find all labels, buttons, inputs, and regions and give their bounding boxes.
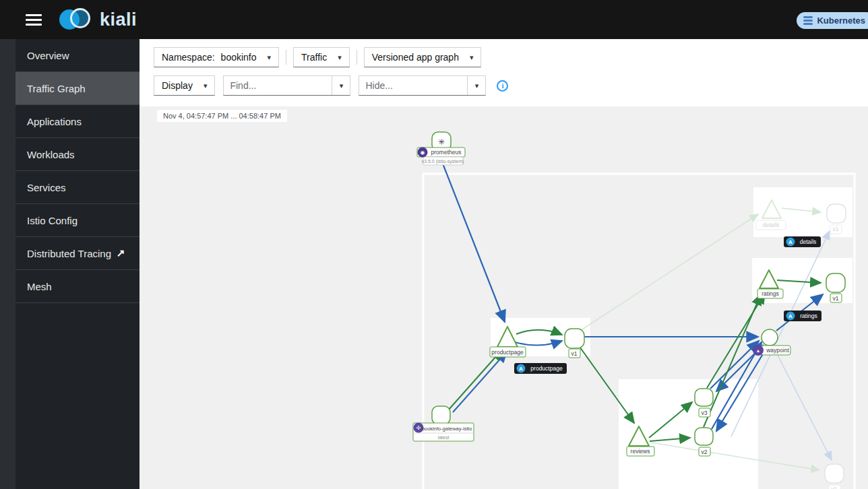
node-ratings-v1[interactable] (826, 273, 845, 292)
svg-text:ratings: ratings (762, 290, 779, 297)
find-input[interactable] (224, 76, 332, 95)
edge-prometheus-to-productpage[interactable] (443, 164, 505, 322)
svg-text:details: details (763, 222, 780, 228)
svg-text:productpage: productpage (491, 349, 524, 356)
traffic-graph-svg: ✳ ◉ prometheus v3.5.0 (istio-system) (140, 106, 868, 489)
kiali-logo: kiali (59, 8, 137, 31)
node-reviews-v3[interactable] (695, 389, 713, 406)
hamburger-menu-icon[interactable] (26, 14, 42, 26)
svg-text:productpage: productpage (530, 365, 563, 372)
toolbar-separator (356, 50, 357, 65)
display-dropdown[interactable]: Display ▾ (154, 75, 215, 96)
app-badge-ratings[interactable]: A ratings (784, 311, 822, 321)
label-reviews-service[interactable]: reviews (627, 447, 654, 456)
hide-options-caret[interactable]: ▾ (467, 76, 485, 95)
chevron-down-icon: ▾ (204, 82, 208, 90)
svg-text:A: A (788, 313, 793, 319)
label-bottom-idle-v1[interactable]: v1 (829, 485, 840, 489)
sidebar-item-workloads[interactable]: Workloads (16, 138, 140, 171)
namespace-value: bookinfo (221, 52, 257, 63)
kubernetes-cluster-badge[interactable]: Kubernetes (797, 12, 868, 29)
kubernetes-icon (803, 16, 813, 25)
sidebar-item-overview[interactable]: Overview (16, 39, 140, 72)
chevron-down-icon: ▾ (475, 82, 479, 90)
traffic-dropdown[interactable]: Traffic ▾ (293, 47, 350, 67)
edge-reviews-v3-to-ratings[interactable] (707, 293, 765, 388)
svg-text:waypoint: waypoint (766, 347, 789, 354)
svg-text:reviews: reviews (631, 448, 650, 455)
find-group: ▾ (223, 75, 350, 96)
prometheus-badge-glyph: ◉ (421, 150, 425, 156)
graph-toolbar-secondary: Display ▾ ▾ ▾ i (154, 75, 508, 96)
kiali-logo-icon (59, 8, 94, 31)
gateway-badge-glyph: ✣ (416, 425, 421, 431)
svg-text:A: A (519, 366, 523, 372)
svg-text:A: A (788, 239, 793, 245)
label-productpage-v1[interactable]: v1 (569, 349, 580, 358)
hide-group: ▾ (359, 75, 486, 96)
node-details-v1[interactable] (827, 204, 846, 223)
main-content: Namespace: bookinfo ▾ Traffic ▾ Versione… (140, 39, 868, 489)
label-prometheus[interactable]: ◉ prometheus v3.5.0 (istio-system) (417, 148, 465, 166)
svg-text:v1: v1 (571, 350, 578, 357)
masthead: kiali Kubernetes (0, 0, 868, 39)
graph-time-range: Nov 4, 04:57:47 PM ... 04:58:47 PM (157, 110, 287, 122)
label-details-v1[interactable]: v1 (830, 225, 842, 234)
app-badge-details[interactable]: A details (784, 236, 821, 247)
svg-text:details: details (800, 238, 817, 245)
app-badge-productpage[interactable]: A productpage (514, 363, 567, 374)
node-reviews-v2[interactable] (695, 428, 713, 445)
svg-text:v3.5.0 (istio-system): v3.5.0 (istio-system) (422, 159, 464, 164)
waypoint-badge-glyph: ▲ (756, 348, 761, 353)
label-reviews-v2[interactable]: v2 (699, 447, 710, 456)
label-productpage-service[interactable]: productpage (490, 347, 526, 357)
chevron-down-icon: ▾ (268, 53, 272, 62)
svg-text:v1: v1 (833, 226, 839, 232)
edge-waypoint-to-bottom-node-idle[interactable] (773, 346, 832, 460)
external-link-icon: ↗ (117, 247, 125, 259)
namespace-label: Namespace: (162, 52, 215, 63)
svg-text:v1: v1 (833, 295, 839, 302)
graph-type-dropdown[interactable]: Versioned app graph ▾ (364, 47, 482, 67)
node-bookinfo-gateway[interactable] (432, 406, 450, 424)
hide-input[interactable] (359, 76, 467, 95)
sidebar-item-services[interactable]: Services (16, 171, 140, 204)
label-details-service[interactable]: details (756, 220, 786, 230)
svg-text:v3: v3 (702, 410, 708, 416)
label-ratings-service[interactable]: ratings (757, 289, 783, 298)
find-hide-help-icon[interactable]: i (497, 80, 508, 92)
label-gateway[interactable]: ✣ bookinfo-gateway-istio latest (413, 423, 474, 442)
svg-text:v1: v1 (832, 486, 838, 489)
chevron-down-icon: ▾ (470, 53, 474, 62)
svg-text:ratings: ratings (800, 313, 817, 319)
prometheus-node-icon: ✳ (438, 137, 445, 147)
chevron-down-icon: ▾ (338, 53, 342, 62)
node-bottom-idle[interactable] (825, 464, 844, 483)
traffic-graph-canvas[interactable]: Nov 4, 04:57:47 PM ... 04:58:47 PM (140, 106, 868, 489)
edge-productpage-to-details-idle[interactable] (580, 214, 758, 331)
sidebar-item-traffic-graph[interactable]: Traffic Graph (16, 72, 140, 105)
node-productpage-v1[interactable] (565, 329, 584, 348)
find-options-caret[interactable]: ▾ (332, 76, 350, 95)
graph-toolbar-primary: Namespace: bookinfo ▾ Traffic ▾ Versione… (154, 47, 481, 67)
svg-text:prometheus: prometheus (431, 149, 462, 156)
sidebar-item-applications[interactable]: Applications (16, 105, 140, 138)
sidebar-item-mesh[interactable]: Mesh (16, 270, 140, 303)
svg-text:bookinfo-gateway-istio: bookinfo-gateway-istio (422, 426, 472, 432)
label-ratings-v1[interactable]: v1 (830, 294, 842, 302)
namespace-dropdown[interactable]: Namespace: bookinfo ▾ (154, 47, 279, 67)
label-waypoint[interactable]: ▲ waypoint (753, 345, 790, 356)
svg-text:v2: v2 (702, 449, 708, 455)
cluster-badge-label: Kubernetes (817, 15, 865, 26)
sidebar-item-istio-config[interactable]: Istio Config (16, 204, 140, 237)
toolbar-separator (286, 50, 286, 65)
sidebar-item-distributed-tracing[interactable]: Distributed Tracing ↗ (16, 237, 140, 270)
node-waypoint[interactable] (762, 329, 778, 346)
chevron-down-icon: ▾ (340, 82, 344, 90)
label-reviews-v3[interactable]: v3 (699, 408, 710, 417)
brand-name: kiali (100, 9, 137, 30)
sidebar: Overview Traffic Graph Applications Work… (0, 39, 140, 489)
edge-gateway-to-productpage-blue[interactable] (453, 352, 507, 412)
svg-text:latest: latest (438, 435, 450, 440)
edge-gateway-to-productpage-green[interactable] (449, 350, 502, 410)
